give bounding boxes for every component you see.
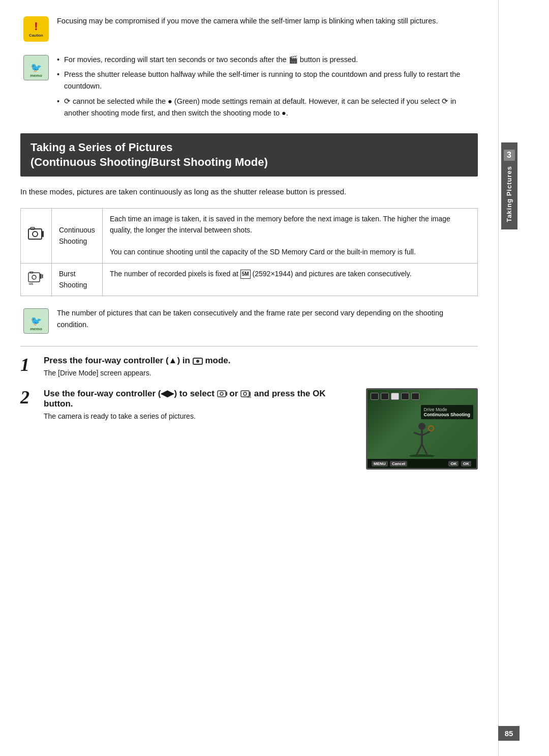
memo-item-1: For movies, recording will start ten sec… xyxy=(57,54,476,66)
svg-line-22 xyxy=(414,432,422,435)
caution-box: ! Caution Focusing may be compromised if… xyxy=(20,15,478,43)
memo-item-2: Press the shutter release button halfway… xyxy=(57,69,476,92)
cam-icon-2 xyxy=(381,393,389,400)
tab-label: Taking Pictures xyxy=(505,166,513,222)
burst-icon-inline: HS xyxy=(240,390,252,398)
memo-item-3: ⟳ cannot be selected while the ● (Green)… xyxy=(57,96,476,119)
continuous-icon-cell xyxy=(21,209,52,264)
tab-container: 3 Taking Pictures xyxy=(501,142,517,229)
memo-icon: 🐦 memo xyxy=(22,54,50,81)
memo-icon-2: 🐦 memo xyxy=(22,307,50,335)
svg-line-23 xyxy=(422,431,430,435)
camera-info-title: Drive Mode xyxy=(424,407,470,412)
svg-rect-0 xyxy=(28,229,42,239)
caution-text: Focusing may be compromised if you move … xyxy=(57,15,476,27)
memo-text: For movies, recording will start ten sec… xyxy=(57,54,476,122)
camera-screen-container: Drive Mode Continuous Shooting xyxy=(366,388,478,470)
menu-cancel-btn: MENU Cancel xyxy=(372,461,408,466)
step-2-content: Use the four-way controller (◀▶) to sele… xyxy=(44,388,478,470)
burst-desc-cell: The number of recorded pixels is fixed a… xyxy=(103,263,478,296)
camera-screen: Drive Mode Continuous Shooting xyxy=(366,388,478,470)
ok-key-label: OK xyxy=(448,461,459,467)
continuous-shooting-icon xyxy=(28,227,44,241)
page-number: 85 xyxy=(498,726,520,741)
section-header: Taking a Series of Pictures (Continuous … xyxy=(20,133,478,177)
menu-label: MENU xyxy=(372,461,388,467)
svg-point-16 xyxy=(243,392,247,395)
section-title: Taking a Series of Pictures (Continuous … xyxy=(30,140,468,169)
svg-rect-4 xyxy=(28,273,40,282)
player-silhouette xyxy=(407,421,437,457)
step-2-number: 2 xyxy=(20,388,37,406)
svg-rect-12 xyxy=(218,391,226,397)
svg-point-26 xyxy=(429,426,434,431)
svg-rect-14 xyxy=(226,392,227,396)
step-2-row: Use the four-way controller (◀▶) to sele… xyxy=(44,388,478,470)
mode-table: ContinuousShooting Each time an image is… xyxy=(20,208,478,296)
memo-text-2: The number of pictures that can be taken… xyxy=(57,307,476,331)
pixel-badge: 5M xyxy=(240,270,251,279)
step-2-text: Use the four-way controller (◀▶) to sele… xyxy=(44,388,356,422)
step-2-desc: The camera is ready to take a series of … xyxy=(44,411,356,422)
cam-icon-1 xyxy=(371,393,379,400)
step-1-number: 1 xyxy=(20,356,37,374)
continuous-mode-label: ContinuousShooting xyxy=(59,226,95,245)
svg-point-13 xyxy=(220,392,223,395)
ok-label: OK xyxy=(461,461,471,467)
right-tab: 3 Taking Pictures 85 xyxy=(498,0,520,756)
burst-mode-label: BurstShooting xyxy=(59,270,87,289)
svg-line-24 xyxy=(417,444,422,454)
camera-top-bar xyxy=(371,393,473,400)
continuous-label-cell: ContinuousShooting xyxy=(52,209,103,264)
burst-label-cell: BurstShooting xyxy=(52,263,103,296)
continuous-icon-inline xyxy=(217,390,227,398)
step-2: 2 Use the four-way controller (◀▶) to se… xyxy=(20,388,478,470)
tab-number: 3 xyxy=(504,150,515,161)
step-1: 1 Press the four-way controller (▲) in m… xyxy=(20,356,478,379)
caution-icon: ! Caution xyxy=(22,15,50,43)
cam-icon-4 xyxy=(401,393,409,400)
table-row: HS BurstShooting The number of recorded … xyxy=(21,263,478,296)
cam-icon-3-active xyxy=(391,393,399,400)
svg-point-19 xyxy=(409,454,435,457)
svg-line-25 xyxy=(422,444,427,454)
burst-shooting-icon: HS xyxy=(28,271,44,285)
camera-mode-icon xyxy=(193,357,203,365)
table-row: ContinuousShooting Each time an image is… xyxy=(21,209,478,264)
svg-point-11 xyxy=(196,360,199,363)
step-1-content: Press the four-way controller (▲) in mod… xyxy=(44,356,478,379)
svg-point-2 xyxy=(33,231,38,237)
memo-box-2: 🐦 memo The number of pictures that can b… xyxy=(20,307,478,335)
screen-content xyxy=(373,416,471,457)
section-intro: In these modes, pictures are taken conti… xyxy=(20,186,478,198)
svg-rect-7 xyxy=(40,274,42,279)
svg-rect-3 xyxy=(42,231,44,237)
svg-rect-8 xyxy=(42,274,43,278)
memo-box: 🐦 memo For movies, recording will start … xyxy=(20,54,478,122)
step-1-title: Press the four-way controller (▲) in mod… xyxy=(44,356,478,366)
ok-btn: OK OK xyxy=(448,461,472,466)
svg-point-6 xyxy=(32,275,36,279)
cancel-label: Cancel xyxy=(390,461,407,467)
camera-bottom-bar: MENU Cancel OK OK xyxy=(368,459,476,468)
step-2-title: Use the four-way controller (◀▶) to sele… xyxy=(44,388,356,409)
burst-icon-cell: HS xyxy=(21,263,52,296)
svg-point-20 xyxy=(418,423,425,430)
svg-text:HS: HS xyxy=(29,282,33,285)
divider xyxy=(20,346,478,346)
continuous-desc-cell: Each time an image is taken, it is saved… xyxy=(103,209,478,264)
cam-icon-5 xyxy=(411,393,419,400)
svg-text:HS: HS xyxy=(248,395,252,398)
step-1-desc: The [Drive Mode] screen appears. xyxy=(44,368,478,379)
